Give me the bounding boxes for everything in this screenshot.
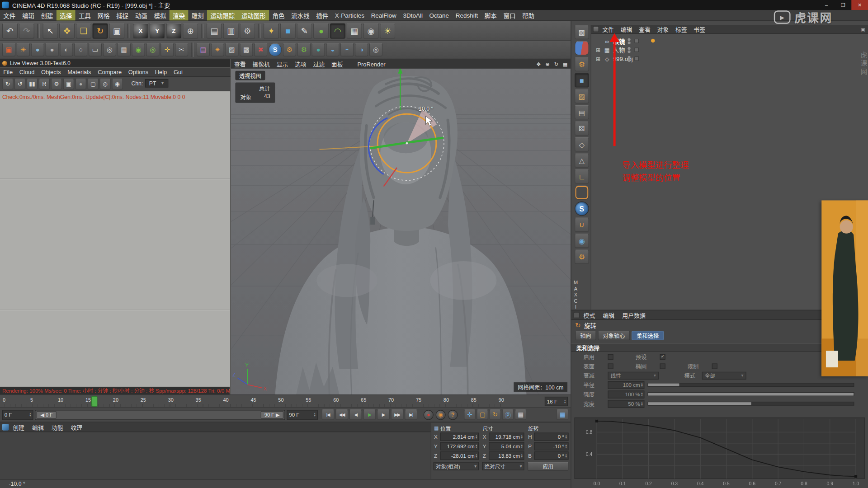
width-slider[interactable]: [648, 402, 854, 406]
vp-menu-options[interactable]: 选项: [292, 60, 310, 68]
rotation-h-field[interactable]: 0 °: [534, 433, 569, 441]
strength-field[interactable]: 100 %: [608, 390, 644, 398]
position-mode-select[interactable]: 对象(相对)▾: [434, 462, 479, 470]
om-options-icon[interactable]: ▣: [860, 26, 865, 32]
sculpt-mode-icon[interactable]: S: [269, 43, 282, 56]
falloff-curve-graph[interactable]: 0.00.10.20.30.40.50.60.70.80.91.00.80.4: [571, 410, 868, 488]
preview-range-slider[interactable]: ◀ 0 F 90 F ▶: [35, 410, 285, 420]
lv-menu-gui[interactable]: Gui: [170, 69, 186, 75]
shading-quick-icon[interactable]: ●: [45, 43, 58, 56]
menubar-simulate[interactable]: 模拟: [151, 10, 170, 20]
menubar-edit[interactable]: 编辑: [19, 10, 38, 20]
menubar-snap[interactable]: 捕捉: [113, 10, 132, 20]
vp-menu-display[interactable]: 显示: [273, 60, 291, 68]
lv-menu-help[interactable]: Help: [151, 69, 170, 75]
expand-icon[interactable]: ⊞: [595, 47, 601, 52]
object-row-999obj[interactable]: ⊞ ◇ 999.obj: [591, 54, 868, 63]
menubar-create[interactable]: 创建: [38, 10, 57, 20]
spinner-icon[interactable]: [29, 413, 31, 417]
spinner-icon[interactable]: [314, 413, 316, 417]
model-mode-icon[interactable]: ■: [575, 73, 589, 88]
lv-menu-materials[interactable]: Materials: [64, 69, 94, 75]
undo-icon[interactable]: ↶: [2, 23, 18, 38]
autokey-toggle-icon[interactable]: ◉: [436, 410, 446, 420]
octane-lock-icon[interactable]: ▣: [63, 78, 74, 89]
pick-focus-icon[interactable]: ◎: [99, 78, 110, 89]
toggle-views-icon[interactable]: ▦: [561, 60, 570, 68]
mm-menu-edit[interactable]: 编辑: [28, 423, 47, 431]
layer-tag[interactable]: [634, 39, 639, 43]
layer-tag[interactable]: [634, 56, 639, 61]
rotation-b-field[interactable]: 0 °: [534, 451, 569, 460]
next-key-icon[interactable]: ▶▶: [391, 409, 403, 420]
add-light-icon[interactable]: ☀: [380, 23, 395, 38]
lv-menu-compare[interactable]: Compare: [94, 69, 125, 75]
navigation-mouse-icon[interactable]: [575, 41, 589, 56]
last-used-tool-icon[interactable]: ▣: [109, 23, 124, 38]
falloff-select[interactable]: 线性▾: [608, 371, 659, 379]
axis-modify-icon[interactable]: ✛: [160, 43, 174, 56]
add-spline-icon[interactable]: ✎: [297, 23, 312, 38]
shading-constant-icon[interactable]: ◐: [60, 43, 73, 56]
prev-key-icon[interactable]: ◀◀: [335, 409, 348, 420]
lv-menu-file[interactable]: File: [0, 69, 16, 75]
om-menu-tags[interactable]: 标签: [672, 25, 690, 33]
radius-slider[interactable]: [648, 383, 854, 387]
enable-axis-icon[interactable]: ∟: [575, 169, 589, 184]
mm-menu-create[interactable]: 创建: [9, 423, 28, 431]
add-deformer-icon[interactable]: ◠: [330, 23, 345, 38]
uv-edit-icon[interactable]: ▤: [197, 43, 210, 56]
polygons-mode-icon[interactable]: △: [575, 153, 589, 168]
goto-end-icon[interactable]: ▶|: [405, 409, 417, 420]
lv-menu-objects[interactable]: Objects: [38, 69, 64, 75]
visibility-dots[interactable]: [628, 56, 631, 62]
prev-frame-icon[interactable]: ◀: [349, 409, 362, 420]
rotate-view-icon[interactable]: ↻: [552, 60, 561, 68]
mm-menu-function[interactable]: 功能: [47, 423, 67, 431]
menubar-sculpt[interactable]: 雕刻: [188, 10, 207, 20]
normals-align-icon[interactable]: ◉: [132, 43, 145, 56]
display-grid-icon[interactable]: ▦: [118, 43, 131, 56]
key-parameter-icon[interactable]: Ⓟ: [502, 409, 514, 420]
lock-y-axis-icon[interactable]: Y: [150, 23, 165, 38]
preset-checkbox[interactable]: ✓: [660, 354, 665, 359]
snap-settings-icon[interactable]: ⚙: [575, 249, 589, 264]
ellipse-checkbox[interactable]: [660, 363, 665, 369]
octane-reset-icon[interactable]: R: [39, 78, 50, 89]
key-pla-icon[interactable]: ▦: [515, 409, 527, 420]
lock-z-axis-icon[interactable]: Z: [166, 23, 181, 38]
key-rotation-icon[interactable]: ↻: [489, 409, 501, 420]
vp-menu-cameras[interactable]: 摄像机: [249, 60, 273, 68]
tab-axis[interactable]: 轴向: [575, 331, 596, 340]
clay-mode-icon[interactable]: ●: [75, 78, 86, 89]
menubar-tools[interactable]: 工具: [75, 10, 94, 20]
dynamics-sphere-icon[interactable]: ●: [311, 43, 325, 56]
menubar-window[interactable]: 窗口: [500, 10, 519, 20]
menubar-help[interactable]: 帮助: [519, 10, 538, 20]
cloth-sphere-icon[interactable]: ◒: [326, 43, 339, 56]
range-handle-start[interactable]: ◀ 0 F: [37, 411, 57, 418]
surface-checkbox[interactable]: [608, 363, 613, 369]
menubar-mograph[interactable]: 运动图形: [238, 10, 269, 20]
layer-tag[interactable]: [634, 47, 639, 52]
add-cube-icon[interactable]: ■: [280, 23, 296, 38]
paint-setup-icon[interactable]: ▨: [225, 43, 238, 56]
menubar-realflow[interactable]: RealFlow: [368, 10, 400, 20]
render-settings-icon[interactable]: ⚙: [240, 23, 255, 38]
key-scale-icon[interactable]: ▢: [476, 409, 488, 420]
timeline-playhead[interactable]: [91, 396, 97, 407]
workplane-lock-icon[interactable]: ◉: [575, 234, 589, 248]
visibility-dots[interactable]: [628, 47, 631, 53]
menubar-redshift[interactable]: Redshift: [452, 10, 481, 20]
make-editable-icon[interactable]: ▣: [2, 43, 15, 56]
mode-select[interactable]: 全部▾: [702, 371, 746, 379]
layout-grid-icon[interactable]: ▦: [557, 409, 569, 420]
pick-material-icon[interactable]: ◉: [112, 78, 123, 89]
vp-menu-filter[interactable]: 过滤: [310, 60, 328, 68]
convert-gear-icon[interactable]: ⚙: [575, 57, 589, 71]
hair-sphere-icon[interactable]: ◓: [340, 43, 354, 56]
position-y-field[interactable]: 172.692 cm: [440, 442, 479, 450]
enable-checkbox[interactable]: [608, 354, 613, 359]
current-frame-field[interactable]: 16 F: [545, 397, 568, 406]
menubar-pipeline[interactable]: 流水线: [288, 10, 313, 20]
